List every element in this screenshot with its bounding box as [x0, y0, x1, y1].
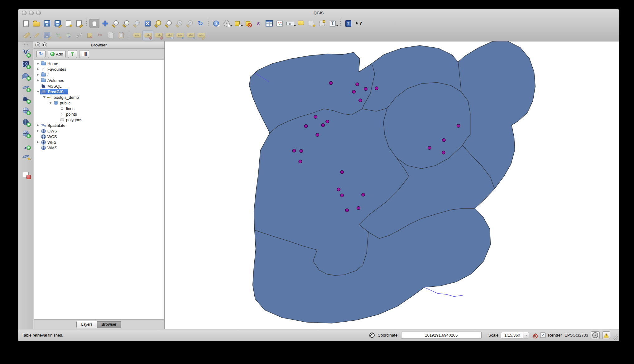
- pan-map-button[interactable]: [89, 19, 99, 28]
- select-features-button[interactable]: [232, 19, 242, 28]
- crs-status-button[interactable]: [591, 331, 600, 339]
- label-auto-button[interactable]: abc: [132, 31, 142, 40]
- save-project-as-button[interactable]: [53, 19, 63, 28]
- scale-lock-button[interactable]: [531, 332, 538, 338]
- toolbar-drag-handle-icon[interactable]: [22, 44, 29, 46]
- composer-manager-button[interactable]: [74, 19, 84, 28]
- browser-properties-button[interactable]: [79, 50, 89, 58]
- select-by-expression-button[interactable]: ε: [253, 19, 263, 28]
- tree-item-polygons[interactable]: polygons: [34, 117, 164, 122]
- expander-collapsed-icon[interactable]: [36, 79, 40, 82]
- cut-features-button[interactable]: ✂: [95, 31, 105, 40]
- delete-selected-button[interactable]: ×: [84, 31, 94, 40]
- map-tips-button[interactable]: [296, 19, 306, 28]
- add-wfs-layer-button[interactable]: V+: [20, 128, 31, 138]
- tree-item-home[interactable]: Home: [34, 61, 164, 66]
- zoom-next-button[interactable]: >: [185, 19, 195, 28]
- expander-collapsed-icon[interactable]: [36, 124, 40, 127]
- paste-features-button[interactable]: [116, 31, 126, 40]
- zoom-out-button[interactable]: −: [121, 19, 131, 28]
- measure-line-button[interactable]: [285, 19, 295, 28]
- zoom-last-button[interactable]: <: [174, 19, 184, 28]
- tree-item--[interactable]: /: [34, 72, 164, 78]
- add-wms-layer-button[interactable]: +: [20, 105, 31, 115]
- expander-expanded-icon[interactable]: [42, 96, 46, 99]
- tree-item-ows[interactable]: OWS: [34, 128, 164, 134]
- tree-item-points[interactable]: points: [34, 111, 164, 117]
- current-edits-button[interactable]: [21, 31, 31, 40]
- window-resize-grip[interactable]: [613, 335, 618, 340]
- save-project-button[interactable]: [42, 19, 52, 28]
- add-spatialite-layer-button[interactable]: +: [20, 82, 31, 92]
- label-properties-button[interactable]: abc: [196, 31, 206, 40]
- tree-item-postgis-demo[interactable]: <postgis_demo: [34, 94, 164, 100]
- tree-item-postgis[interactable]: PostGIS: [34, 89, 164, 94]
- tree-item-mssql[interactable]: MSSQL: [34, 83, 164, 89]
- zoom-to-layer-button[interactable]: [164, 19, 174, 28]
- pan-to-selection-button[interactable]: [100, 19, 110, 28]
- tree-item-wms[interactable]: WMS: [34, 145, 164, 151]
- tab-browser[interactable]: Browser: [97, 321, 121, 328]
- tree-item-favourites[interactable]: ☆Favourites: [34, 66, 164, 72]
- label-unpin-button[interactable]: ab: [154, 31, 164, 40]
- copy-features-button[interactable]: [106, 31, 116, 40]
- log-messages-button[interactable]: [602, 331, 610, 339]
- browser-filter-button[interactable]: [68, 50, 77, 58]
- deselect-features-button[interactable]: [243, 19, 253, 28]
- expander-collapsed-icon[interactable]: [36, 141, 40, 144]
- tab-layers[interactable]: Layers: [76, 321, 97, 328]
- zoom-to-selection-button[interactable]: [153, 19, 163, 28]
- tree-item--volumes[interactable]: /Volumes: [34, 78, 164, 83]
- run-feature-action-button[interactable]: [222, 19, 232, 28]
- scale-combo[interactable]: 1:15,360: [501, 332, 529, 338]
- open-project-button[interactable]: [31, 19, 41, 28]
- label-rotate-button[interactable]: abc↻: [185, 31, 195, 40]
- scale-value[interactable]: 1:15,360: [501, 332, 523, 338]
- expander-collapsed-icon[interactable]: [36, 73, 40, 76]
- label-pin-button[interactable]: ab: [142, 30, 153, 40]
- coordinate-display-toggle[interactable]: [369, 332, 375, 338]
- expander-collapsed-icon[interactable]: [36, 129, 40, 132]
- tree-item-lines[interactable]: lines: [34, 106, 164, 111]
- map-canvas[interactable]: [165, 41, 619, 329]
- scale-dropdown-button[interactable]: [523, 332, 529, 338]
- expander-collapsed-icon[interactable]: [36, 68, 40, 71]
- new-print-composer-button[interactable]: ★: [63, 19, 73, 28]
- add-wcs-layer-button[interactable]: +: [20, 117, 31, 127]
- node-tool-button[interactable]: [74, 31, 84, 40]
- add-mssql-layer-button[interactable]: +: [20, 94, 31, 104]
- toggle-editing-button[interactable]: [31, 31, 41, 40]
- open-attribute-table-button[interactable]: [264, 19, 274, 28]
- zoom-in-button[interactable]: +: [111, 19, 121, 28]
- add-feature-button[interactable]: ★: [53, 31, 63, 40]
- add-vector-layer-button[interactable]: V+: [20, 48, 31, 58]
- label-show-hide-button[interactable]: abc: [164, 31, 174, 40]
- expander-expanded-icon[interactable]: [48, 101, 52, 104]
- move-feature-button[interactable]: [63, 31, 73, 40]
- show-bookmarks-button[interactable]: [317, 19, 327, 28]
- browser-refresh-button[interactable]: ↻: [36, 50, 46, 58]
- browser-add-button[interactable]: + Add: [48, 50, 66, 58]
- expander-collapsed-icon[interactable]: [36, 62, 40, 65]
- new-project-button[interactable]: [21, 19, 31, 28]
- text-annotation-button[interactable]: T: [328, 19, 338, 28]
- render-checkbox[interactable]: ✓: [540, 333, 545, 338]
- tree-item-wfs[interactable]: VWFS: [34, 139, 164, 145]
- help-contents-button[interactable]: ?: [343, 19, 353, 28]
- identify-features-button[interactable]: i: [211, 19, 221, 28]
- save-layer-edits-button[interactable]: [42, 31, 52, 40]
- whats-this-button[interactable]: ?: [354, 19, 364, 28]
- coordinate-input[interactable]: 1619291,6940265: [401, 332, 482, 339]
- refresh-map-button[interactable]: ↻: [195, 19, 205, 28]
- title-bar[interactable]: QGIS: [18, 9, 619, 17]
- tree-item-public[interactable]: public: [34, 100, 164, 106]
- tree-item-wcs[interactable]: WCS: [34, 134, 164, 139]
- new-spatialite-layer-button[interactable]: ★: [20, 151, 31, 161]
- new-bookmark-button[interactable]: ★: [306, 19, 316, 28]
- zoom-full-button[interactable]: [142, 19, 152, 28]
- remove-layer-button[interactable]: −: [20, 170, 31, 180]
- zoom-actual-size-button[interactable]: 1:1: [132, 19, 142, 28]
- field-calculator-button[interactable]: [275, 19, 285, 28]
- add-delimited-text-layer-button[interactable]: ,+: [20, 140, 31, 150]
- label-move-button[interactable]: abc: [175, 31, 185, 40]
